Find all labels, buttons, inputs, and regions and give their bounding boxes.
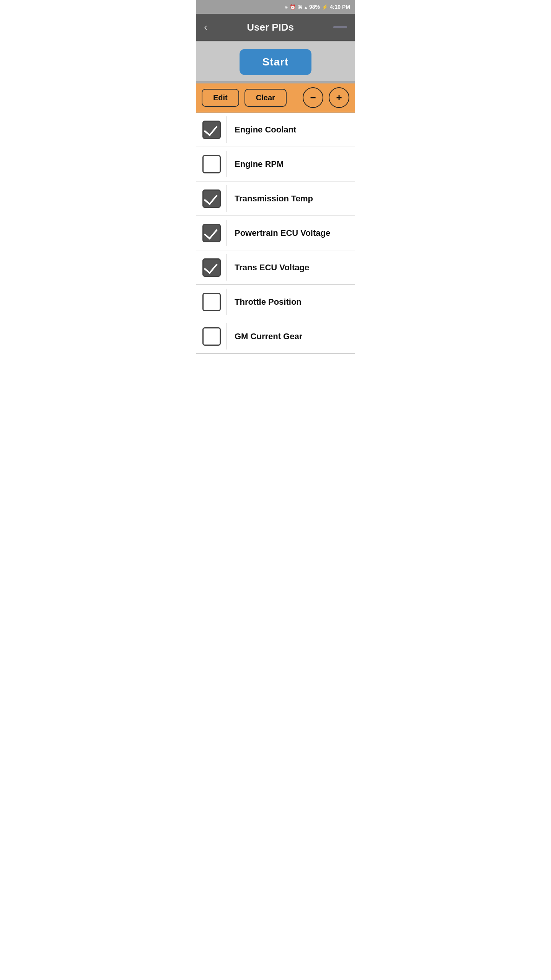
decrement-button[interactable]: −	[303, 87, 323, 108]
pid-label-6: Throttle Position	[227, 297, 309, 307]
checkbox-5[interactable]	[202, 258, 221, 277]
pid-label-3: Transmission Temp	[227, 194, 321, 204]
checkbox-3[interactable]	[202, 189, 221, 208]
clear-button[interactable]: Clear	[245, 89, 287, 107]
signal-icon: ▴	[305, 4, 307, 10]
checkbox-1[interactable]	[202, 121, 221, 139]
checkbox-2[interactable]	[202, 155, 221, 173]
list-item: Engine Coolant	[196, 113, 355, 147]
list-item: GM Current Gear	[196, 319, 355, 354]
checkbox-7[interactable]	[202, 327, 221, 346]
list-item: Powertrain ECU Voltage	[196, 216, 355, 250]
start-button[interactable]: Start	[240, 49, 312, 75]
title-bar: ‹ User PIDs	[196, 14, 355, 41]
bluetooth-icon: ⎈	[285, 4, 288, 10]
wifi-icon: ⌘	[298, 4, 303, 10]
checkbox-6[interactable]	[202, 293, 221, 311]
back-button[interactable]: ‹	[204, 22, 207, 33]
start-area: Start	[196, 41, 355, 83]
page-title: User PIDs	[247, 21, 294, 33]
battery-icon: ⚡	[322, 4, 328, 10]
pid-label-2: Engine RPM	[227, 159, 291, 169]
list-item: Transmission Temp	[196, 181, 355, 216]
checkbox-4[interactable]	[202, 224, 221, 242]
list-item: Throttle Position	[196, 285, 355, 319]
list-item: Engine RPM	[196, 147, 355, 181]
pid-label-5: Trans ECU Voltage	[227, 263, 317, 273]
status-icons: ⎈ ⏰ ⌘ ▴ 98% ⚡ 4:10 PM	[285, 4, 350, 10]
time-text: 4:10 PM	[330, 4, 350, 10]
edit-button[interactable]: Edit	[202, 89, 239, 107]
minimize-button[interactable]	[333, 26, 347, 28]
pid-list: Engine CoolantEngine RPMTransmission Tem…	[196, 113, 355, 354]
status-bar: ⎈ ⏰ ⌘ ▴ 98% ⚡ 4:10 PM	[196, 0, 355, 14]
bottom-area	[196, 354, 355, 411]
pid-label-4: Powertrain ECU Voltage	[227, 228, 338, 238]
pid-label-7: GM Current Gear	[227, 332, 310, 341]
battery-text: 98%	[309, 4, 320, 10]
increment-button[interactable]: +	[329, 87, 349, 108]
alarm-icon: ⏰	[290, 4, 296, 10]
pid-label-1: Engine Coolant	[227, 125, 304, 135]
toolbar: Edit Clear − +	[196, 83, 355, 113]
list-item: Trans ECU Voltage	[196, 250, 355, 285]
